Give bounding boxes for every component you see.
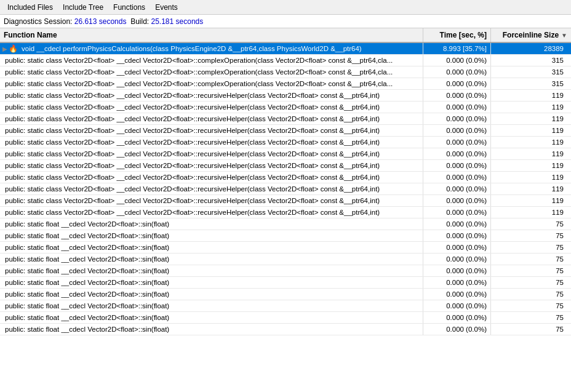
- cell-function-name: public: static float __cdecl Vector2D<fl…: [0, 218, 423, 230]
- cell-function-name: public: static float __cdecl Vector2D<fl…: [0, 300, 423, 311]
- cell-force-inline: 75: [491, 277, 571, 288]
- row-icons: ▶🔥: [2, 44, 19, 53]
- table-row[interactable]: public: static float __cdecl Vector2D<fl…: [0, 277, 571, 289]
- cell-function-name: public: static class Vector2D<float> __c…: [0, 102, 423, 113]
- cell-function-name: public: static float __cdecl Vector2D<fl…: [0, 277, 423, 288]
- cell-function-name: public: static class Vector2D<float> __c…: [0, 172, 423, 183]
- cell-time: 0.000 (0.0%): [423, 312, 491, 323]
- table-container[interactable]: ▶🔥void __cdecl performPhysicsCalculation…: [0, 43, 571, 392]
- cell-force-inline: 28389: [491, 43, 571, 54]
- function-name-text: public: static class Vector2D<float> __c…: [5, 103, 380, 111]
- table-row[interactable]: public: static class Vector2D<float> __c…: [0, 102, 571, 113]
- function-name-text: public: static class Vector2D<float> __c…: [5, 185, 380, 193]
- cell-force-inline: 315: [491, 66, 571, 78]
- time-value: 8.993 [35.7%]: [443, 45, 487, 52]
- table-row[interactable]: public: static class Vector2D<float> __c…: [0, 78, 571, 90]
- col-header-force-inline[interactable]: Forceinline Size ▼: [491, 28, 571, 42]
- cell-force-inline: 119: [491, 195, 571, 206]
- table-row[interactable]: public: static float __cdecl Vector2D<fl…: [0, 254, 571, 265]
- cell-force-inline: 75: [491, 254, 571, 265]
- cell-function-name: public: static float __cdecl Vector2D<fl…: [0, 289, 423, 300]
- menu-include-tree[interactable]: Include Tree: [58, 2, 108, 13]
- table-row[interactable]: public: static float __cdecl Vector2D<fl…: [0, 289, 571, 300]
- function-name-text: public: static float __cdecl Vector2D<fl…: [5, 326, 169, 333]
- col-header-time[interactable]: Time [sec, %]: [423, 28, 491, 42]
- function-name-text: public: static class Vector2D<float> __c…: [5, 92, 380, 99]
- table-row[interactable]: public: static class Vector2D<float> __c…: [0, 207, 571, 218]
- cell-function-name: public: static class Vector2D<float> __c…: [0, 183, 423, 194]
- menu-bar: Included Files Include Tree Functions Ev…: [0, 0, 571, 15]
- col-header-function-name[interactable]: Function Name: [0, 28, 423, 42]
- function-name-text: public: static float __cdecl Vector2D<fl…: [5, 314, 169, 321]
- cell-function-name: public: static class Vector2D<float> __c…: [0, 90, 423, 101]
- cell-time: 0.000 (0.0%): [423, 137, 491, 148]
- cell-function-name: public: static float __cdecl Vector2D<fl…: [0, 230, 423, 241]
- table-row[interactable]: public: static class Vector2D<float> __c…: [0, 66, 571, 78]
- cell-time: 0.000 (0.0%): [423, 254, 491, 265]
- table-row[interactable]: public: static class Vector2D<float> __c…: [0, 90, 571, 102]
- cell-time: 0.000 (0.0%): [423, 102, 491, 113]
- cell-function-name: public: static float __cdecl Vector2D<fl…: [0, 324, 423, 335]
- cell-force-inline: 119: [491, 160, 571, 171]
- function-name-text: public: static float __cdecl Vector2D<fl…: [5, 232, 169, 239]
- function-name-text: public: static float __cdecl Vector2D<fl…: [5, 279, 169, 286]
- cell-time: 0.000 (0.0%): [423, 207, 491, 218]
- table-row[interactable]: ▶🔥void __cdecl performPhysicsCalculation…: [0, 43, 571, 55]
- table-row[interactable]: public: static float __cdecl Vector2D<fl…: [0, 265, 571, 277]
- cell-function-name: public: static class Vector2D<float> __c…: [0, 113, 423, 124]
- table-row[interactable]: public: static class Vector2D<float> __c…: [0, 195, 571, 207]
- diagnostics-session-time: 26.613 seconds: [74, 17, 127, 26]
- table-row[interactable]: public: static float __cdecl Vector2D<fl…: [0, 242, 571, 254]
- sort-arrow-icon: ▼: [561, 32, 567, 39]
- diagnostics-bar: Diagnostics Session: 26.613 seconds Buil…: [0, 15, 571, 28]
- function-name-text: public: static float __cdecl Vector2D<fl…: [5, 302, 169, 310]
- cell-force-inline: 119: [491, 137, 571, 148]
- cell-time: 0.000 (0.0%): [423, 66, 491, 78]
- cell-function-name: public: static class Vector2D<float> __c…: [0, 207, 423, 218]
- table-row[interactable]: public: static class Vector2D<float> __c…: [0, 160, 571, 172]
- cell-time: 0.000 (0.0%): [423, 277, 491, 288]
- function-name-text: public: static class Vector2D<float> __c…: [5, 162, 380, 169]
- table-row[interactable]: public: static float __cdecl Vector2D<fl…: [0, 300, 571, 312]
- function-name-text: public: static class Vector2D<float> __c…: [5, 127, 380, 134]
- table-row[interactable]: public: static class Vector2D<float> __c…: [0, 137, 571, 148]
- table-row[interactable]: public: static class Vector2D<float> __c…: [0, 113, 571, 125]
- table-row[interactable]: public: static float __cdecl Vector2D<fl…: [0, 324, 571, 335]
- cell-force-inline: 119: [491, 172, 571, 183]
- function-name-text: public: static float __cdecl Vector2D<fl…: [5, 244, 169, 251]
- cell-force-inline: 75: [491, 265, 571, 276]
- cell-time: 0.000 (0.0%): [423, 289, 491, 300]
- table-row[interactable]: public: static float __cdecl Vector2D<fl…: [0, 230, 571, 242]
- table-row[interactable]: public: static float __cdecl Vector2D<fl…: [0, 218, 571, 230]
- cell-time: 0.000 (0.0%): [423, 300, 491, 311]
- column-headers: Function Name Time [sec, %] Forceinline …: [0, 28, 571, 43]
- table-row[interactable]: public: static float __cdecl Vector2D<fl…: [0, 312, 571, 324]
- function-name-text: public: static class Vector2D<float> __c…: [5, 138, 380, 146]
- function-name-text: public: static class Vector2D<float> __c…: [5, 209, 380, 216]
- cell-time: 0.000 (0.0%): [423, 55, 491, 66]
- function-name-text: public: static float __cdecl Vector2D<fl…: [5, 290, 169, 298]
- function-name-text: public: static class Vector2D<float> __c…: [5, 68, 393, 76]
- time-bar-container: 8.993 [35.7%]: [427, 43, 487, 54]
- cell-function-name: public: static float __cdecl Vector2D<fl…: [0, 254, 423, 265]
- cell-time: 0.000 (0.0%): [423, 242, 491, 253]
- function-name-text: void __cdecl performPhysicsCalculations(…: [22, 45, 362, 52]
- cell-force-inline: 315: [491, 55, 571, 66]
- table-row[interactable]: public: static class Vector2D<float> __c…: [0, 125, 571, 137]
- cell-force-inline: 75: [491, 300, 571, 311]
- table-row[interactable]: public: static class Vector2D<float> __c…: [0, 183, 571, 195]
- menu-functions[interactable]: Functions: [108, 2, 150, 13]
- menu-included-files[interactable]: Included Files: [2, 2, 58, 13]
- table-row[interactable]: public: static class Vector2D<float> __c…: [0, 148, 571, 160]
- cell-time: 0.000 (0.0%): [423, 125, 491, 136]
- function-name-text: public: static float __cdecl Vector2D<fl…: [5, 267, 169, 274]
- cell-force-inline: 75: [491, 218, 571, 230]
- table-row[interactable]: public: static class Vector2D<float> __c…: [0, 55, 571, 66]
- cell-time: 0.000 (0.0%): [423, 78, 491, 89]
- cell-force-inline: 75: [491, 289, 571, 300]
- cell-time: 0.000 (0.0%): [423, 90, 491, 101]
- diagnostics-label: Diagnostics Session:: [4, 17, 72, 26]
- menu-events[interactable]: Events: [150, 2, 183, 13]
- cell-time: 0.000 (0.0%): [423, 265, 491, 276]
- table-row[interactable]: public: static class Vector2D<float> __c…: [0, 172, 571, 183]
